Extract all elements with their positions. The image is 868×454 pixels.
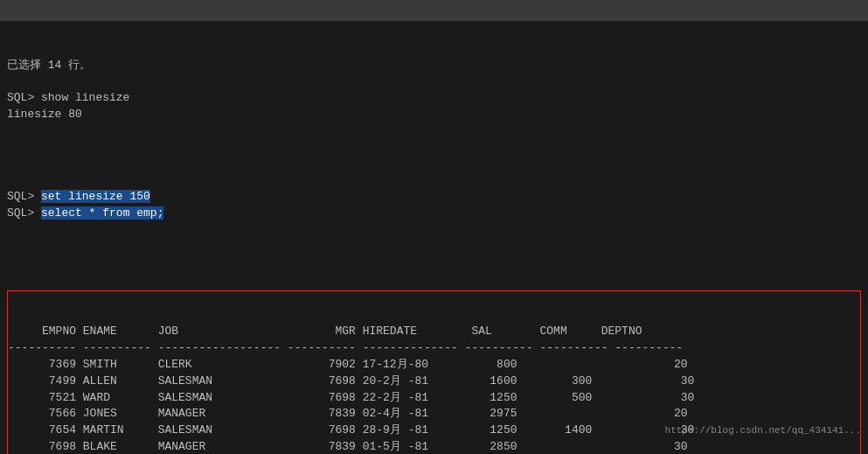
command-highlight-block: SQL> set linesize 150 SQL> select * from…: [7, 189, 861, 222]
sql-prompt-1: SQL>: [7, 190, 41, 203]
sql-prompt-2: SQL>: [7, 206, 41, 220]
command-block: SQL> set linesize 150 SQL> select * from…: [7, 157, 861, 255]
window: 已选择 14 行。 SQL> show linesize linesize 80…: [0, 0, 868, 454]
pre-content-1: 已选择 14 行。 SQL> show linesize linesize 80: [7, 58, 861, 123]
titlebar: [0, 0, 868, 21]
cmd2-text: select * from emp;: [41, 206, 163, 220]
terminal-body: 已选择 14 行。 SQL> show linesize linesize 80…: [0, 21, 868, 454]
url-text: https://blog.csdn.net/qq_434141...: [665, 424, 861, 438]
cmd1-text: set linesize 150: [41, 190, 150, 203]
